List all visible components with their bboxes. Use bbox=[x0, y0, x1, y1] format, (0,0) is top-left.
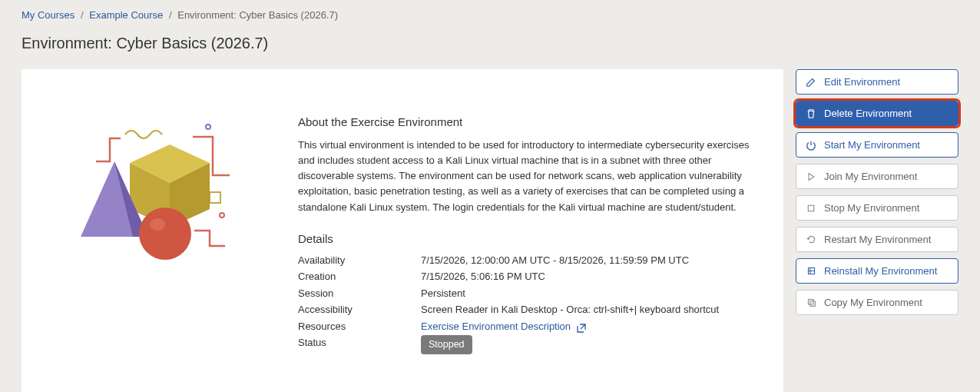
button-label: Join My Environment bbox=[824, 171, 917, 182]
button-label: Edit Environment bbox=[824, 76, 900, 88]
power-icon bbox=[806, 140, 816, 151]
detail-status: Status Stopped bbox=[298, 335, 753, 354]
detail-value: Screen Reader in Kali Desktop - Orca: ct… bbox=[421, 302, 753, 317]
detail-label: Session bbox=[298, 286, 421, 301]
button-label: Reinstall My Environment bbox=[824, 265, 937, 277]
detail-label: Resources bbox=[298, 319, 421, 334]
delete-environment-button[interactable]: Delete Environment bbox=[796, 101, 958, 126]
svg-rect-13 bbox=[809, 301, 815, 307]
button-label: Restart My Environment bbox=[824, 234, 931, 245]
reinstall-environment-button[interactable]: Reinstall My Environment bbox=[796, 258, 958, 284]
resource-link-label: Exercise Environment Description bbox=[421, 321, 571, 332]
detail-label: Accessibility bbox=[298, 302, 421, 317]
detail-value: Persistent bbox=[421, 286, 753, 301]
join-environment-button[interactable]: Join My Environment bbox=[796, 164, 958, 189]
stop-environment-button[interactable]: Stop My Environment bbox=[796, 195, 958, 221]
resource-link[interactable]: Exercise Environment Description bbox=[421, 321, 586, 332]
svg-point-3 bbox=[220, 213, 224, 218]
breadcrumb-my-courses[interactable]: My Courses bbox=[22, 9, 74, 21]
play-icon bbox=[806, 171, 816, 182]
environment-card: About the Exercise Environment This virt… bbox=[22, 69, 783, 392]
breadcrumb-current: Environment: Cyber Basics (2026.7) bbox=[177, 9, 338, 21]
reinstall-icon bbox=[806, 266, 816, 277]
button-label: Stop My Environment bbox=[824, 202, 919, 214]
button-label: Start My Environment bbox=[824, 139, 920, 151]
breadcrumb-sep: / bbox=[169, 9, 172, 21]
restart-icon bbox=[806, 234, 816, 245]
breadcrumb: My Courses / Example Course / Environmen… bbox=[22, 9, 958, 21]
button-label: Copy My Environment bbox=[824, 297, 922, 308]
detail-resources: Resources Exercise Environment Descripti… bbox=[298, 319, 753, 334]
detail-label: Status bbox=[298, 335, 421, 354]
svg-point-9 bbox=[139, 208, 191, 260]
detail-label: Creation bbox=[298, 269, 421, 284]
details-heading: Details bbox=[298, 232, 753, 245]
page-title: Environment: Cyber Basics (2026.7) bbox=[22, 35, 958, 52]
svg-point-0 bbox=[206, 125, 210, 129]
external-link-icon bbox=[577, 322, 586, 331]
svg-rect-12 bbox=[808, 299, 813, 304]
detail-creation: Creation 7/15/2026, 5:06:16 PM UTC bbox=[298, 269, 753, 284]
about-heading: About the Exercise Environment bbox=[298, 115, 753, 128]
breadcrumb-sep: / bbox=[81, 9, 84, 21]
svg-rect-11 bbox=[808, 205, 814, 211]
edit-environment-button[interactable]: Edit Environment bbox=[796, 69, 958, 95]
trash-icon bbox=[806, 108, 816, 119]
start-environment-button[interactable]: Start My Environment bbox=[796, 132, 958, 158]
copy-icon bbox=[806, 297, 816, 308]
environment-illustration bbox=[52, 115, 275, 277]
restart-environment-button[interactable]: Restart My Environment bbox=[796, 227, 958, 252]
status-badge: Stopped bbox=[421, 335, 472, 354]
stop-icon bbox=[806, 203, 816, 214]
button-label: Delete Environment bbox=[824, 108, 912, 119]
pencil-icon bbox=[806, 77, 816, 88]
detail-session: Session Persistent bbox=[298, 286, 753, 301]
about-description: This virtual environment is intended to … bbox=[298, 138, 753, 215]
copy-environment-button[interactable]: Copy My Environment bbox=[796, 290, 958, 315]
detail-value: 7/15/2026, 12:00:00 AM UTC - 8/15/2026, … bbox=[421, 253, 753, 268]
breadcrumb-example-course[interactable]: Example Course bbox=[89, 9, 163, 21]
svg-rect-2 bbox=[210, 192, 220, 203]
detail-accessibility: Accessibility Screen Reader in Kali Desk… bbox=[298, 302, 753, 317]
detail-availability: Availability 7/15/2026, 12:00:00 AM UTC … bbox=[298, 253, 753, 268]
actions-panel: Edit Environment Delete Environment Star… bbox=[796, 69, 958, 315]
svg-point-10 bbox=[150, 218, 165, 231]
detail-value: 7/15/2026, 5:06:16 PM UTC bbox=[421, 269, 753, 284]
detail-label: Availability bbox=[298, 253, 421, 268]
